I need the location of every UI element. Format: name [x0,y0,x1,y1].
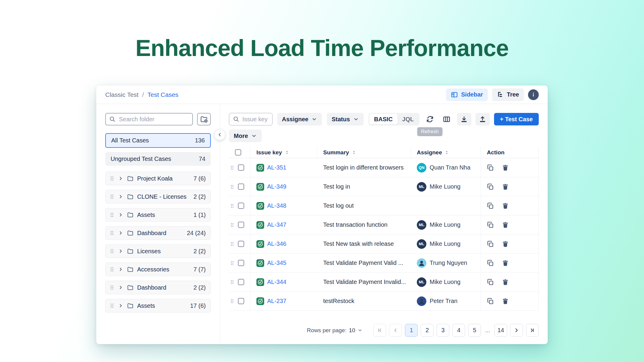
chevron-right-icon[interactable] [118,194,123,199]
row-checkbox[interactable] [238,184,244,190]
delete-button[interactable] [502,221,509,229]
select-all-checkbox[interactable] [235,149,241,156]
sort-icon[interactable] [444,150,449,155]
delete-button[interactable] [502,240,509,248]
folder-item[interactable]: Project Koala 7 (6) [105,172,211,185]
issue-key-link[interactable]: AL-348 [267,202,287,209]
row-checkbox[interactable] [238,279,244,285]
issue-key-link[interactable]: AL-237 [267,298,287,304]
add-folder-button[interactable] [197,113,211,125]
chevron-right-icon[interactable] [118,176,123,181]
delete-button[interactable] [502,202,509,209]
export-button[interactable] [476,113,490,125]
sidebar-toggle-button[interactable]: Sidebar [446,88,487,101]
info-icon[interactable] [528,89,539,100]
drag-handle-icon[interactable] [109,211,115,218]
sort-icon[interactable] [352,150,357,155]
rows-per-page-value[interactable]: 10 [349,327,355,334]
drag-handle-icon[interactable] [230,164,235,171]
chevron-down-icon[interactable] [357,328,363,333]
summary-text[interactable]: Test New task with release [323,240,394,247]
next-page-button[interactable] [510,324,523,337]
add-test-case-button[interactable]: + Test Case [494,113,539,125]
page-button-3[interactable]: 3 [436,324,449,337]
sidebar-item-ungrouped-test-cases[interactable]: Ungrouped Test Cases 74 [105,152,211,166]
refresh-button[interactable]: Refresh [424,113,436,125]
folder-item[interactable]: Assets 17 (6) [105,299,211,313]
manage-columns-button[interactable] [440,113,453,125]
folder-item[interactable]: Accessories 7 (7) [105,262,211,276]
chevron-right-icon[interactable] [118,285,123,290]
page-button-5[interactable]: 5 [468,324,481,337]
chevron-right-icon[interactable] [118,303,123,308]
drag-handle-icon[interactable] [230,279,235,286]
clone-button[interactable] [487,240,494,248]
clone-button[interactable] [487,260,494,267]
tree-toggle-button[interactable]: Tree [492,88,524,101]
summary-text[interactable]: Test Validate Payment Valid ... [323,260,403,266]
prev-page-button[interactable] [389,324,402,337]
folder-item[interactable]: Assets 1 (1) [105,208,211,222]
breadcrumb-current-link[interactable]: Test Cases [148,91,179,98]
chevron-right-icon[interactable] [118,212,123,217]
drag-handle-icon[interactable] [230,240,235,248]
clone-button[interactable] [487,183,494,190]
drag-handle-icon[interactable] [230,202,235,209]
collapse-sidebar-button[interactable] [214,129,225,140]
column-header-assignee[interactable]: Assignee [411,147,481,158]
delete-button[interactable] [502,164,509,171]
more-dropdown[interactable]: More [229,130,262,142]
clone-button[interactable] [487,298,494,305]
folder-item[interactable]: CLONE - Licenses 2 (2) [105,190,211,203]
summary-text[interactable]: Test log out [323,202,354,209]
issue-key-link[interactable]: AL-346 [267,240,287,247]
last-page-button[interactable] [526,324,539,337]
folder-search-input[interactable] [105,113,193,125]
drag-handle-icon[interactable] [230,183,235,190]
drag-handle-icon[interactable] [109,302,115,309]
summary-text[interactable]: Test transaction function [323,221,388,228]
delete-button[interactable] [502,279,509,286]
delete-button[interactable] [502,183,509,190]
jql-mode-tab[interactable]: JQL [397,114,419,125]
status-filter-dropdown[interactable]: Status [327,113,363,125]
sort-icon[interactable] [284,150,290,155]
clone-button[interactable] [487,279,494,286]
row-checkbox[interactable] [238,260,244,266]
row-checkbox[interactable] [238,298,244,304]
row-checkbox[interactable] [238,164,244,171]
drag-handle-icon[interactable] [230,260,235,267]
drag-handle-icon[interactable] [230,298,235,305]
sidebar-item-all-test-cases[interactable]: All Test Cases 136 [105,133,211,148]
drag-handle-icon[interactable] [230,221,235,229]
column-header-issue-key[interactable]: Issue key [250,147,317,158]
folder-item[interactable]: Dashboard 24 (24) [105,226,211,240]
row-checkbox[interactable] [238,241,244,247]
basic-mode-tab[interactable]: BASIC [369,114,397,125]
page-button-14[interactable]: 14 [494,324,507,337]
drag-handle-icon[interactable] [109,229,115,237]
clone-button[interactable] [487,202,494,209]
drag-handle-icon[interactable] [109,193,115,200]
chevron-right-icon[interactable] [118,267,123,272]
page-button-1[interactable]: 1 [405,324,418,337]
assignee-filter-dropdown[interactable]: Assignee [277,113,322,125]
column-header-summary[interactable]: Summary [317,147,411,158]
delete-button[interactable] [502,260,509,267]
row-checkbox[interactable] [238,203,244,209]
drag-handle-icon[interactable] [109,248,115,255]
issue-key-link[interactable]: AL-345 [267,260,287,266]
breadcrumb-project-link[interactable]: Classic Test [105,91,139,98]
summary-text[interactable]: testRestock [323,298,354,304]
import-button[interactable] [457,113,471,125]
issue-key-link[interactable]: AL-344 [267,279,287,285]
chevron-right-icon[interactable] [118,230,123,236]
clone-button[interactable] [487,221,494,229]
issue-key-link[interactable]: AL-351 [267,164,287,171]
issue-key-link[interactable]: AL-349 [267,183,287,190]
first-page-button[interactable] [373,324,386,337]
summary-text[interactable]: Test Validate Payment Invalid... [323,279,406,285]
page-button-4[interactable]: 4 [452,324,465,337]
drag-handle-icon[interactable] [109,175,115,182]
folder-item[interactable]: Licenses 2 (2) [105,244,211,258]
